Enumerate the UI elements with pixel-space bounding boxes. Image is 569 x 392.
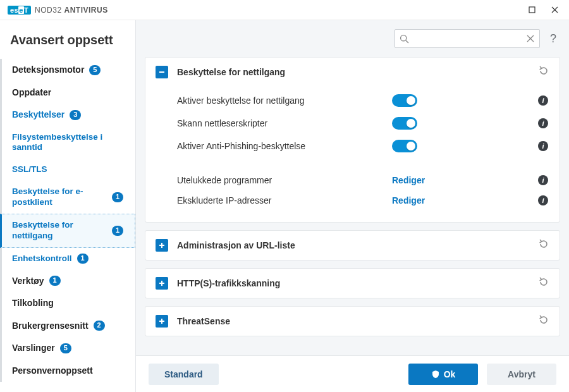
sidebar-item-ui[interactable]: Brukergrensesnitt 2: [0, 315, 135, 338]
sidebar-item-label: Varslinger: [12, 343, 55, 354]
info-button[interactable]: i: [537, 195, 549, 205]
sidebar-item-label: Enhetskontroll: [12, 254, 72, 264]
sidebar-item-label: SSL/TLS: [12, 164, 47, 175]
nav: Deteksjonsmotor 5 Oppdater Beskyttelser …: [0, 59, 135, 392]
row-label: Utelukkede programmer: [177, 175, 392, 185]
default-button[interactable]: Standard: [149, 364, 219, 385]
help-button[interactable]: ?: [546, 32, 560, 46]
footer: Standard Ok Avbryt: [136, 355, 569, 392]
sidebar-item-enhet[interactable]: Enhetskontroll 1: [0, 248, 135, 270]
panel-body-web: Aktiver beskyttelse for nettilgang i Ska…: [145, 87, 560, 222]
sidebar-item-beskyttelser[interactable]: Beskyttelser 3: [0, 104, 135, 126]
expand-icon: [156, 277, 168, 290]
undo-icon: [538, 314, 549, 326]
row-label: Aktiver Anti-Phishing-beskyttelse: [177, 141, 392, 151]
edit-link-excluded-ips[interactable]: Rediger: [392, 195, 425, 205]
edit-link-excluded-apps[interactable]: Rediger: [392, 175, 425, 185]
sidebar-badge: 5: [60, 343, 71, 353]
panel-header-web[interactable]: Beskyttelse for nettilgang: [145, 58, 560, 87]
collapse-icon: [156, 66, 168, 78]
titlebar: eseT NOD32 ANTIVIRUS: [0, 0, 569, 20]
row-label: Ekskluderte IP-adresser: [177, 195, 392, 205]
close-icon: [525, 34, 535, 44]
sidebar-item-personvern[interactable]: Personvernoppsett: [0, 360, 135, 383]
panel-header-threatsense[interactable]: ThreatSense: [145, 307, 560, 336]
brand-suffix: T: [24, 6, 28, 14]
undo-icon: [538, 65, 549, 77]
sidebar-item-tilkobling[interactable]: Tilkobling: [0, 292, 135, 315]
svg-rect-0: [529, 7, 535, 13]
sidebar-item-oppdater[interactable]: Oppdater: [0, 82, 135, 104]
toggle-scan-scripts[interactable]: [392, 117, 417, 130]
info-icon: i: [538, 95, 548, 106]
panel-threatsense: ThreatSense: [145, 306, 560, 336]
page-title: Avansert oppsett: [0, 29, 135, 59]
toggle-anti-phishing[interactable]: [392, 140, 417, 152]
info-button[interactable]: i: [537, 95, 549, 106]
panel-url-admin: Administrasjon av URL-liste: [145, 230, 560, 260]
main-header: ?: [136, 20, 569, 57]
row-excluded-ips: Ekskluderte IP-adresser Rediger i: [177, 190, 549, 211]
undo-button[interactable]: [538, 276, 549, 290]
maximize-icon: [529, 6, 535, 13]
clear-search-button[interactable]: [525, 34, 535, 46]
sidebar-item-label: Personvernoppsett: [12, 365, 93, 377]
shield-icon: [431, 370, 440, 379]
sidebar-badge: 1: [112, 192, 123, 202]
close-button[interactable]: [544, 2, 565, 18]
main: ? Beskyttelse for nettilgang Aktiver bes…: [136, 20, 569, 392]
undo-button[interactable]: [538, 65, 549, 79]
sidebar: Avansert oppsett Deteksjonsmotor 5 Oppda…: [0, 20, 136, 392]
search-input[interactable]: [395, 30, 539, 47]
sidebar-item-label: Filsystembeskyttelse i sanntid: [12, 132, 107, 154]
sidebar-item-label: Verktøy: [12, 276, 44, 287]
sidebar-badge: 1: [112, 226, 123, 236]
info-button[interactable]: i: [537, 141, 549, 151]
info-icon: i: [538, 175, 548, 185]
sidebar-item-deteksjonsmotor[interactable]: Deteksjonsmotor 5: [0, 59, 135, 82]
panel-web-protection: Beskyttelse for nettilgang Aktiver besky…: [145, 57, 560, 223]
sidebar-item-label: Beskyttelse for nettilgang: [12, 220, 107, 242]
sidebar-badge: 2: [94, 321, 105, 331]
info-button[interactable]: i: [537, 118, 549, 128]
sidebar-item-varslinger[interactable]: Varslinger 5: [0, 337, 135, 360]
sidebar-item-ssltls[interactable]: SSL/TLS: [0, 159, 135, 181]
sidebar-item-fs-realtime[interactable]: Filsystembeskyttelse i sanntid: [0, 126, 135, 159]
product-thin: NOD32: [35, 6, 64, 15]
sidebar-item-label: Deteksjonsmotor: [12, 64, 84, 76]
panel-header-http[interactable]: HTTP(S)-trafikkskanning: [145, 269, 560, 298]
button-label: Standard: [164, 369, 203, 379]
search-icon: [400, 34, 409, 46]
panel-title: Beskyttelse for nettilgang: [177, 67, 529, 77]
row-anti-phishing: Aktiver Anti-Phishing-beskyttelse i: [177, 135, 549, 157]
undo-icon: [538, 276, 549, 288]
cancel-button[interactable]: Avbryt: [487, 364, 556, 385]
brand-e: e: [18, 6, 24, 14]
row-enable-web: Aktiver beskyttelse for nettilgang i: [177, 89, 549, 112]
expand-icon: [156, 315, 168, 328]
undo-button[interactable]: [538, 238, 549, 252]
search-box[interactable]: [395, 29, 540, 48]
expand-icon: [156, 239, 168, 252]
sidebar-item-label: Brukergrensesnitt: [12, 321, 89, 332]
undo-button[interactable]: [538, 314, 549, 328]
sidebar-item-web[interactable]: Beskyttelse for nettilgang 1: [0, 214, 135, 248]
sidebar-badge: 5: [89, 65, 101, 75]
ok-button[interactable]: Ok: [408, 364, 478, 385]
info-button[interactable]: i: [537, 175, 549, 185]
sidebar-badge: 3: [70, 110, 81, 120]
info-icon: i: [538, 141, 548, 151]
sidebar-item-epost[interactable]: Beskyttelse for e-postklient 1: [0, 181, 135, 214]
sidebar-item-label: Beskyttelser: [12, 109, 64, 121]
sidebar-badge: 1: [49, 276, 61, 286]
maximize-button[interactable]: [521, 2, 542, 18]
sidebar-item-label: Beskyttelse for e-postklient: [12, 187, 107, 208]
sidebar-item-verktoy[interactable]: Verktøy 1: [0, 270, 135, 293]
panel-header-url[interactable]: Administrasjon av URL-liste: [145, 231, 560, 260]
toggle-enable-web[interactable]: [392, 94, 417, 107]
sidebar-item-label: Oppdater: [12, 87, 51, 99]
product-bold: ANTIVIRUS: [64, 6, 107, 15]
brand: eseT NOD32 ANTIVIRUS: [8, 6, 108, 15]
panel-title: HTTP(S)-trafikkskanning: [177, 278, 529, 288]
panel-title: Administrasjon av URL-liste: [177, 240, 529, 250]
